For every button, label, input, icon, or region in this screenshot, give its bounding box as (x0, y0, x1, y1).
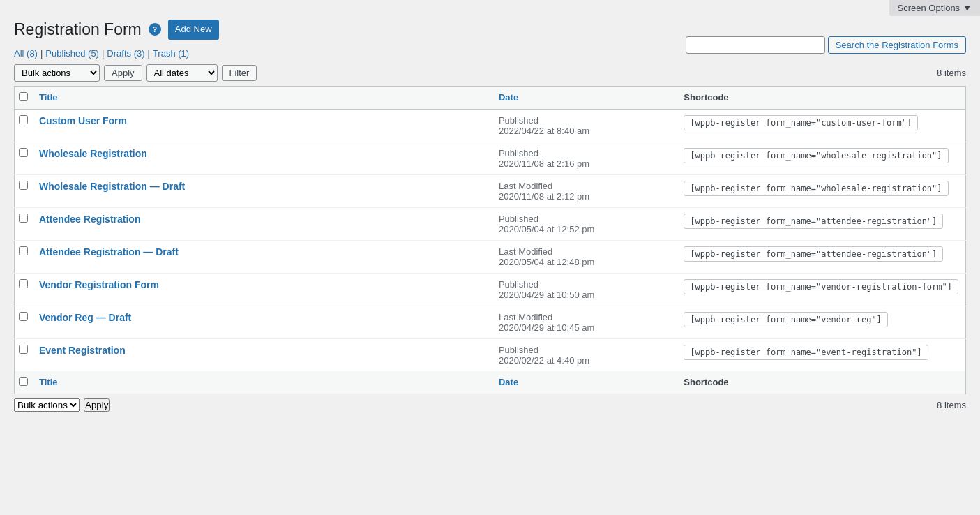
screen-options-label: Screen Options (898, 3, 960, 13)
row-date-value: 2020/04/29 at 10:50 am (499, 290, 594, 300)
row-date-cell: Published 2022/04/22 at 8:40 am (492, 109, 677, 142)
select-all-column (15, 86, 33, 109)
row-title-cell: Event Registration (32, 338, 492, 371)
row-shortcode[interactable]: [wppb-register form_name="attendee-regis… (684, 246, 943, 262)
screen-options-arrow-icon: ▼ (963, 3, 972, 13)
row-date-cell: Last Modified 2020/11/08 at 2:12 pm (492, 174, 677, 207)
search-input[interactable] (686, 36, 825, 54)
row-title-link[interactable]: Wholesale Registration — Draft (39, 181, 185, 192)
bulk-actions-select-top[interactable]: Bulk actions (14, 64, 100, 82)
row-shortcode-cell: [wppb-register form_name="vendor-reg"] (677, 306, 965, 338)
row-date-cell: Last Modified 2020/04/29 at 10:45 am (492, 306, 677, 338)
row-shortcode-cell: [wppb-register form_name="custom-user-fo… (677, 109, 965, 142)
row-date-status: Published (499, 345, 538, 355)
filter-button-top[interactable]: Filter (222, 65, 257, 81)
tablenav-bottom: Bulk actions Apply 8 items (14, 398, 966, 412)
row-title-link[interactable]: Vendor Reg — Draft (39, 312, 131, 323)
row-date-status: Published (499, 214, 538, 224)
row-checkbox-cell (15, 174, 33, 207)
col-header-shortcode: Shortcode (677, 86, 965, 109)
forms-table: Title Date Shortcode Custom User Form Pu… (14, 86, 966, 394)
select-all-checkbox[interactable] (19, 92, 28, 101)
col-date-link[interactable]: Date (499, 92, 518, 103)
table-row: Event Registration Published 2020/02/22 … (15, 338, 966, 371)
row-shortcode-cell: [wppb-register form_name="wholesale-regi… (677, 174, 965, 207)
row-shortcode[interactable]: [wppb-register form_name="custom-user-fo… (684, 115, 918, 130)
row-checkbox-cell (15, 207, 33, 240)
row-date-status: Published (499, 115, 538, 126)
bulk-actions-select-bottom[interactable]: Bulk actions (14, 398, 80, 412)
search-button[interactable]: Search the Registration Forms (828, 36, 966, 54)
row-checkbox[interactable] (19, 181, 28, 190)
row-checkbox[interactable] (19, 279, 28, 288)
apply-button-bottom[interactable]: Apply (84, 398, 110, 412)
screen-options-button[interactable]: Screen Options ▼ (889, 0, 980, 16)
page-title: Registration Form (14, 20, 142, 39)
row-checkbox[interactable] (19, 115, 28, 124)
row-checkbox-cell (15, 109, 33, 142)
row-checkbox[interactable] (19, 148, 28, 157)
row-title-link[interactable]: Vendor Registration Form (39, 279, 159, 290)
row-checkbox-cell (15, 306, 33, 338)
row-checkbox[interactable] (19, 312, 28, 321)
row-date-value: 2020/02/22 at 4:40 pm (499, 355, 589, 366)
row-date-cell: Published 2020/11/08 at 2:16 pm (492, 142, 677, 174)
col-title-link[interactable]: Title (39, 92, 58, 103)
table-row: Custom User Form Published 2022/04/22 at… (15, 109, 966, 142)
col-header-title: Title (32, 86, 492, 109)
row-title-link[interactable]: Wholesale Registration (39, 148, 147, 159)
row-shortcode[interactable]: [wppb-register form_name="wholesale-regi… (684, 148, 948, 163)
row-title-link[interactable]: Event Registration (39, 345, 126, 356)
row-shortcode-cell: [wppb-register form_name="vendor-registr… (677, 273, 965, 306)
filter-drafts-link[interactable]: Drafts (3) (107, 48, 144, 59)
row-title-cell: Attendee Registration — Draft (32, 240, 492, 273)
row-date-status: Last Modified (499, 246, 552, 257)
row-shortcode[interactable]: [wppb-register form_name="vendor-reg"] (684, 312, 888, 327)
row-shortcode-cell: [wppb-register form_name="attendee-regis… (677, 240, 965, 273)
row-date-value: 2020/05/04 at 12:52 pm (499, 224, 594, 234)
table-row: Vendor Registration Form Published 2020/… (15, 273, 966, 306)
row-date-value: 2020/05/04 at 12:48 pm (499, 257, 594, 267)
filter-published-link[interactable]: Published (5) (45, 48, 99, 59)
row-date-status: Published (499, 279, 538, 290)
col-title-footer-link[interactable]: Title (39, 377, 58, 387)
select-all-checkbox-bottom[interactable] (19, 377, 28, 386)
row-date-cell: Published 2020/04/29 at 10:50 am (492, 273, 677, 306)
row-checkbox-cell (15, 142, 33, 174)
col-date-footer-link[interactable]: Date (499, 377, 518, 387)
row-shortcode[interactable]: [wppb-register form_name="attendee-regis… (684, 214, 943, 229)
row-date-status: Last Modified (499, 312, 552, 322)
table-row: Vendor Reg — Draft Last Modified 2020/04… (15, 306, 966, 338)
table-row: Wholesale Registration — Draft Last Modi… (15, 174, 966, 207)
row-date-value: 2022/04/22 at 8:40 am (499, 126, 589, 136)
row-shortcode[interactable]: [wppb-register form_name="vendor-registr… (684, 279, 958, 294)
row-checkbox[interactable] (19, 345, 28, 354)
table-row: Wholesale Registration Published 2020/11… (15, 142, 966, 174)
row-title-cell: Custom User Form (32, 109, 492, 142)
row-title-cell: Wholesale Registration — Draft (32, 174, 492, 207)
add-new-button[interactable]: Add New (168, 20, 219, 40)
dates-select-top[interactable]: All dates (146, 64, 218, 82)
row-title-link[interactable]: Attendee Registration — Draft (39, 246, 179, 258)
row-checkbox-cell (15, 273, 33, 306)
filter-all-link[interactable]: All (8) (14, 48, 38, 59)
row-checkbox[interactable] (19, 214, 28, 223)
row-title-cell: Attendee Registration (32, 207, 492, 240)
row-date-value: 2020/11/08 at 2:12 pm (499, 191, 589, 202)
row-checkbox[interactable] (19, 246, 28, 255)
row-title-link[interactable]: Custom User Form (39, 115, 127, 126)
row-title-cell: Wholesale Registration (32, 142, 492, 174)
row-checkbox-cell (15, 338, 33, 371)
items-count-top: 8 items (937, 68, 966, 78)
row-shortcode-cell: [wppb-register form_name="attendee-regis… (677, 207, 965, 240)
table-row: Attendee Registration — Draft Last Modif… (15, 240, 966, 273)
row-shortcode[interactable]: [wppb-register form_name="wholesale-regi… (684, 181, 948, 196)
row-shortcode-cell: [wppb-register form_name="wholesale-regi… (677, 142, 965, 174)
help-icon[interactable]: ? (149, 23, 161, 36)
row-checkbox-cell (15, 240, 33, 273)
apply-button-top[interactable]: Apply (104, 65, 142, 81)
filter-trash-link[interactable]: Trash (1) (153, 48, 189, 59)
row-shortcode[interactable]: [wppb-register form_name="event-registra… (684, 345, 928, 360)
row-title-link[interactable]: Attendee Registration (39, 214, 140, 225)
items-count-bottom: 8 items (937, 400, 966, 410)
